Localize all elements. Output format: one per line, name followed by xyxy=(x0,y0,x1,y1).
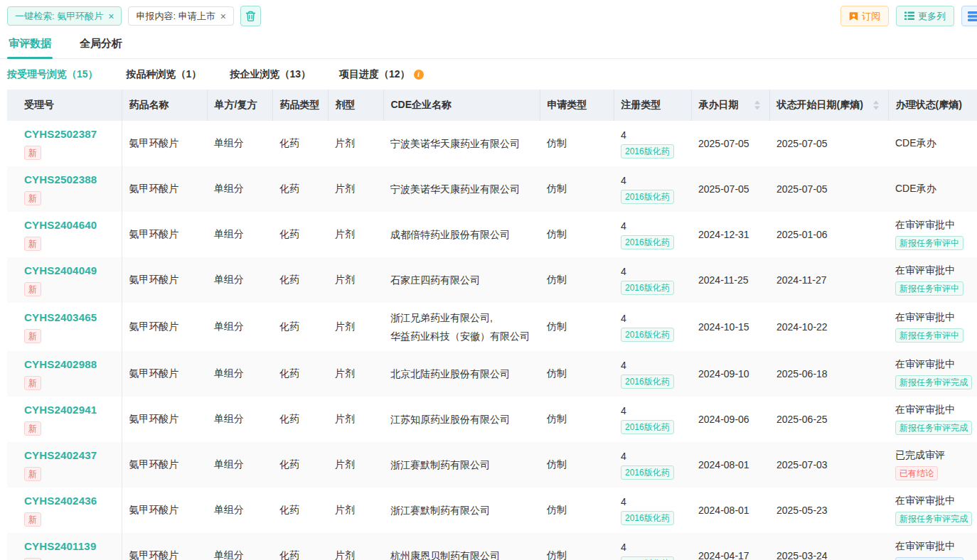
acceptance-number-link[interactable]: CYHS2402436 xyxy=(24,495,114,507)
subtab[interactable]: 按品种浏览（1） xyxy=(127,68,202,81)
column-header: 受理号 xyxy=(7,90,122,121)
column-header[interactable]: 办理状态(摩熵) xyxy=(888,90,977,121)
more-columns-button[interactable]: 更多列 xyxy=(896,6,954,26)
subtab[interactable]: 项目进度（12） i xyxy=(339,68,424,81)
composition: 单组分 xyxy=(214,183,244,194)
accept-date: 2025-07-05 xyxy=(698,138,749,149)
subscribe-button[interactable]: 订阅 xyxy=(840,6,889,26)
chip-close-icon[interactable]: × xyxy=(220,11,226,21)
acceptance-number-link[interactable]: CYHS2502388 xyxy=(24,173,114,185)
registration-type-badge: 2016版化药 xyxy=(621,235,674,249)
handle-status-badge: 新报任务审评完成 xyxy=(895,512,972,526)
sort-icon[interactable] xyxy=(754,101,760,110)
dosage-form: 片剂 xyxy=(335,458,355,470)
status-start-date: 2025-06-25 xyxy=(776,414,828,425)
table-row: CYHS2404049 新 氨甲环酸片 单组分 化药 片剂 石家庄四药有限公司 … xyxy=(7,257,977,303)
data-stack-icon xyxy=(968,11,977,21)
status-start-date: 2025-07-03 xyxy=(776,459,828,470)
drug-name: 氨甲环酸片 xyxy=(129,413,179,424)
drug-name: 氨甲环酸片 xyxy=(129,549,179,560)
composition: 单组分 xyxy=(214,504,244,515)
acceptance-number-link[interactable]: CYHS2402988 xyxy=(24,358,114,370)
subscribe-label: 订阅 xyxy=(862,10,880,23)
chip-close-icon[interactable]: × xyxy=(108,11,114,21)
company-name: 石家庄四药有限公司 xyxy=(383,257,540,303)
composition: 单组分 xyxy=(214,367,244,379)
table-row: CYHS2401139 新 氨甲环酸片 单组分 化药 片剂 杭州康恩贝制药有限公… xyxy=(7,533,977,560)
acceptance-number-link[interactable]: CYHS2404640 xyxy=(24,219,114,231)
registration-type: 4 xyxy=(621,360,684,371)
table-row: CYHS2502388 新 氨甲环酸片 单组分 化药 片剂 宁波美诺华天康药业有… xyxy=(7,166,977,212)
tab-global-analysis[interactable]: 全局分析 xyxy=(78,31,124,58)
acceptance-number-link[interactable]: CYHS2502387 xyxy=(24,128,114,140)
drug-type: 化药 xyxy=(279,183,299,194)
apply-type: 仿制 xyxy=(547,549,567,560)
export-button-partial[interactable] xyxy=(961,6,977,26)
drug-type: 化药 xyxy=(279,367,299,379)
column-header[interactable]: 状态开始日期(摩熵) xyxy=(769,90,888,121)
sort-icon[interactable] xyxy=(873,101,879,110)
acceptance-number-link[interactable]: CYHS2403465 xyxy=(24,311,114,323)
registration-type-badge: 2016版化药 xyxy=(621,328,674,342)
acceptance-number-link[interactable]: CYHS2401139 xyxy=(24,540,114,552)
subtab[interactable]: 按受理号浏览（15） xyxy=(7,68,98,81)
column-header[interactable]: 承办日期 xyxy=(691,90,769,121)
handle-status: 在审评审批中 xyxy=(895,219,977,232)
composition: 单组分 xyxy=(214,458,244,470)
info-icon[interactable]: i xyxy=(414,70,424,80)
drug-name: 氨甲环酸片 xyxy=(129,137,179,149)
company-name: 宁波美诺华天康药业有限公司 xyxy=(383,166,540,212)
accept-date: 2024-11-25 xyxy=(698,274,749,286)
column-header: 药品类型 xyxy=(272,90,328,121)
filter-chip[interactable]: 申报内容: 申请上市 × xyxy=(128,6,233,26)
handle-status-badge: 新报任务审评完成 xyxy=(895,421,972,435)
column-header: CDE企业名称 xyxy=(383,90,540,121)
dosage-form: 片剂 xyxy=(335,504,355,515)
registration-type: 4 xyxy=(621,129,684,141)
drug-name: 氨甲环酸片 xyxy=(129,274,179,285)
acceptance-number-link[interactable]: CYHS2404049 xyxy=(24,264,114,276)
status-start-date: 2024-10-22 xyxy=(776,321,828,333)
new-badge: 新 xyxy=(24,512,41,527)
apply-type: 仿制 xyxy=(547,183,567,194)
status-start-date: 2025-03-24 xyxy=(776,550,828,560)
drug-name: 氨甲环酸片 xyxy=(129,504,179,515)
handle-status-badge: 补充任务审评中 xyxy=(895,557,963,560)
more-columns-label: 更多列 xyxy=(918,10,946,23)
acceptance-number-link[interactable]: CYHS2402437 xyxy=(24,449,114,461)
drug-type: 化药 xyxy=(279,321,299,332)
acceptance-number-link[interactable]: CYHS2402941 xyxy=(24,404,114,416)
registration-type: 4 xyxy=(621,266,684,277)
composition: 单组分 xyxy=(214,274,244,285)
registration-type: 4 xyxy=(621,496,684,507)
new-badge: 新 xyxy=(24,421,41,436)
drug-type: 化药 xyxy=(279,504,299,515)
clear-filters-button[interactable] xyxy=(240,6,261,26)
accept-date: 2024-10-15 xyxy=(698,321,749,333)
registration-type: 4 xyxy=(621,220,684,232)
table-row: CYHS2502387 新 氨甲环酸片 单组分 化药 片剂 宁波美诺华天康药业有… xyxy=(7,121,977,166)
accept-date: 2024-04-17 xyxy=(698,550,749,560)
column-header: 申请类型 xyxy=(540,90,614,121)
registration-type-badge: 2016版化药 xyxy=(621,420,674,434)
tab-review-data[interactable]: 审评数据 xyxy=(7,31,53,58)
bookmark-icon xyxy=(849,11,858,21)
column-header: 剂型 xyxy=(328,90,383,121)
company-name: 北京北陆药业股份有限公司 xyxy=(383,351,540,397)
handle-status: 在审评审批中 xyxy=(895,264,977,277)
filter-chip[interactable]: 一键检索: 氨甲环酸片 × xyxy=(7,6,122,26)
registration-type-badge: 2016版化药 xyxy=(621,375,674,389)
status-start-date: 2025-05-23 xyxy=(776,505,828,516)
drug-name: 氨甲环酸片 xyxy=(129,183,179,194)
handle-status: CDE承办 xyxy=(895,183,977,195)
handle-status: 在审评审批中 xyxy=(895,495,977,507)
composition: 单组分 xyxy=(214,413,244,424)
handle-status: 在审评审批中 xyxy=(895,358,977,371)
subtab[interactable]: 按企业浏览（13） xyxy=(230,68,311,81)
handle-status: 已完成审评 xyxy=(895,449,977,462)
filter-chip-label: 申报内容: 申请上市 xyxy=(136,10,215,23)
registration-type: 4 xyxy=(621,175,684,186)
company-name: 成都倍特药业股份有限公司 xyxy=(383,212,540,257)
registration-type-badge: 2016版化药 xyxy=(621,511,674,525)
drug-name: 氨甲环酸片 xyxy=(129,367,179,379)
